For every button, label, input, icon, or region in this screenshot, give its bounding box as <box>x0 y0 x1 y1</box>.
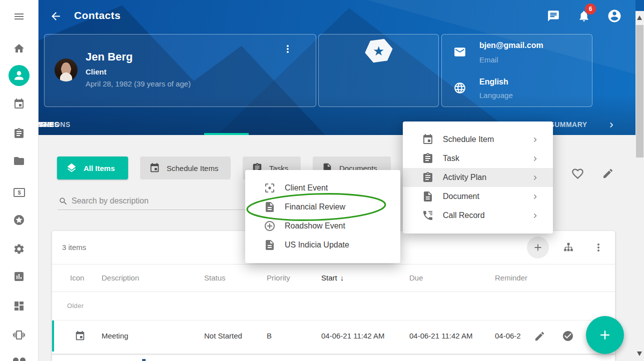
row-start: 04-06-21 11:42 AM <box>321 320 384 352</box>
email-value: bjen@gmail.com <box>479 41 543 50</box>
filter-label: Schedule Items <box>167 164 218 172</box>
row-edit-pencil-icon[interactable] <box>534 330 545 342</box>
filter-schedule-items-button[interactable]: Schedule Items <box>140 156 231 180</box>
submenu-item-label: Client Event <box>285 184 328 192</box>
row-due: 04-06-21 11:42 AM <box>409 320 472 352</box>
plus-circle-icon <box>264 220 276 232</box>
clipboard-icon <box>422 152 434 164</box>
menu-item-task[interactable]: Task <box>403 149 553 168</box>
clipboard-icon <box>422 172 434 184</box>
menu-item-call-record[interactable]: Call Record <box>403 206 553 225</box>
account-circle-icon[interactable] <box>607 8 622 24</box>
sidebar-item-contacts-active[interactable] <box>9 65 30 86</box>
submenu-item-us-indicia-update[interactable]: US Indicia Update <box>245 236 400 254</box>
tab-overflow-chevron-icon[interactable] <box>606 120 616 130</box>
fab-add-button[interactable] <box>586 316 624 354</box>
hamburger-menu-icon[interactable] <box>13 10 25 22</box>
group-label: Older <box>67 302 84 310</box>
call-record-icon <box>422 210 434 222</box>
row-complete-check-icon[interactable] <box>562 330 574 342</box>
activity-plan-submenu: Client Event Financial Review Roadshow E… <box>245 170 400 263</box>
next-row-clipped-icon <box>142 359 146 361</box>
calendar-icon[interactable] <box>13 98 25 110</box>
notification-count-badge: 6 <box>585 4 596 14</box>
col-status[interactable]: Status <box>204 264 226 292</box>
plus-icon <box>532 242 543 253</box>
col-due[interactable]: Due <box>409 264 423 292</box>
tab-hierarchy-clipped[interactable]: RARCHY <box>39 120 54 128</box>
menu-item-schedule-item[interactable]: Schedule Item <box>403 130 553 149</box>
contact-type: Client <box>86 68 107 76</box>
contact-info-card: bjen@gmail.com Email English Language <box>441 34 592 107</box>
hexagon-star-badge[interactable]: ★ <box>363 36 394 64</box>
contact-avatar[interactable] <box>55 58 78 82</box>
col-priority[interactable]: Priority <box>267 264 290 292</box>
menu-item-activity-plan-highlighted[interactable]: Activity Plan <box>403 168 553 187</box>
clipboard-tasks-icon[interactable] <box>13 128 25 140</box>
person-icon <box>13 69 26 82</box>
scrollbar-down-arrow[interactable] <box>637 352 642 356</box>
hierarchy-view-icon[interactable] <box>563 242 574 253</box>
col-description[interactable]: Description <box>102 264 139 292</box>
bar-chart-icon[interactable] <box>13 270 25 282</box>
menu-item-label: Activity Plan <box>443 173 486 182</box>
submenu-item-client-event[interactable]: Client Event <box>245 178 400 198</box>
layers-icon <box>66 162 77 174</box>
contact-summary-card: Jen Berg Client April 28, 1982 (39 years… <box>44 34 316 107</box>
menu-item-label: Schedule Item <box>443 135 494 144</box>
submenu-item-label: Roadshow Event <box>285 222 345 230</box>
filter-label: All Items <box>84 164 115 172</box>
gear-icon[interactable] <box>13 243 25 255</box>
menu-item-document[interactable]: Document <box>403 187 553 206</box>
app-window: $ Contacts 6 Jen Berg Client April 28, 1… <box>0 0 644 361</box>
favorite-heart-icon[interactable] <box>571 167 584 180</box>
submenu-item-label: Financial Review <box>285 202 345 212</box>
add-item-button[interactable] <box>527 236 549 258</box>
folder-icon[interactable] <box>13 155 25 167</box>
scrollbar-up-arrow[interactable] <box>637 16 642 20</box>
money-card-icon[interactable]: $ <box>14 188 25 197</box>
vertical-scrollbar[interactable] <box>635 0 644 361</box>
col-start-sorted[interactable]: Start↓ <box>321 264 344 292</box>
filter-all-items-button[interactable]: All Items <box>57 156 128 180</box>
scrollbar-header-cap <box>635 0 644 11</box>
back-arrow-icon[interactable] <box>50 10 62 22</box>
chevron-right-icon <box>530 173 540 182</box>
dashboard-icon[interactable] <box>13 300 25 312</box>
group-row-older[interactable]: Older <box>52 292 615 320</box>
language-value: English <box>479 78 508 86</box>
edit-pencil-icon[interactable] <box>602 168 614 180</box>
col-icon[interactable]: Icon <box>70 264 84 292</box>
home-icon[interactable] <box>13 42 25 54</box>
globe-icon <box>453 82 466 94</box>
scrollbar-thumb[interactable] <box>636 25 643 158</box>
chevron-right-icon <box>530 135 540 144</box>
chat-icon[interactable] <box>547 10 560 22</box>
row-status: Not Started <box>204 320 242 352</box>
language-label: Language <box>479 91 513 100</box>
star-circle-icon[interactable] <box>13 214 25 226</box>
document-lines-icon <box>264 201 276 213</box>
tab-summary[interactable]: SUMMARY <box>549 120 587 128</box>
plus-icon <box>597 328 612 342</box>
center-focus-icon <box>264 182 276 194</box>
calendar-icon <box>422 134 434 146</box>
col-reminder[interactable]: Reminder <box>495 264 527 292</box>
row-reminder-clipped: 04-06-2 <box>495 320 521 352</box>
calendar-icon <box>75 330 86 342</box>
menu-item-label: Call Record <box>443 211 485 220</box>
search-icon <box>59 196 68 206</box>
clipped-sidebar-icon <box>13 358 26 361</box>
kebab-menu-icon[interactable] <box>282 42 294 56</box>
contact-name: Jen Berg <box>86 50 133 64</box>
search-input[interactable] <box>72 193 242 209</box>
star-glyph: ★ <box>373 44 384 58</box>
table-row[interactable]: Meeting Not Started B 04-06-21 11:42 AM … <box>52 320 615 351</box>
calendar-icon <box>149 162 160 174</box>
document-lines-icon <box>264 239 276 251</box>
submenu-item-roadshow-event[interactable]: Roadshow Event <box>245 216 400 236</box>
vibration-phone-icon[interactable] <box>13 329 25 341</box>
table-kebab-menu-icon[interactable] <box>592 242 604 254</box>
row-accent-bar <box>52 320 54 352</box>
submenu-item-financial-review[interactable]: Financial Review <box>245 198 400 216</box>
